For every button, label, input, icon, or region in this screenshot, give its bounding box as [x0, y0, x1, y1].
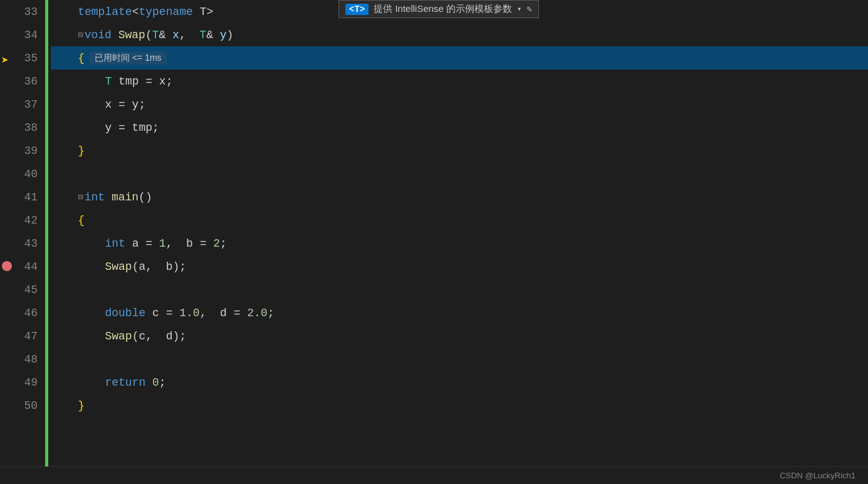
token: , b = — [166, 237, 214, 250]
token: int — [85, 191, 105, 203]
line-number-34: 34 — [14, 23, 38, 46]
token — [51, 214, 78, 227]
token: return — [105, 376, 145, 389]
token — [51, 260, 105, 273]
line-number-46: 46 — [14, 301, 38, 324]
token: } — [78, 399, 85, 412]
line-number-43: 43 — [14, 232, 38, 255]
line-number-33: 33 — [14, 0, 38, 23]
line-number-39: 39 — [14, 139, 38, 162]
line-number-42: 42 — [14, 209, 38, 232]
intellisense-bar: <T> 提供 IntelliSense 的示例模板参数 ▾ ✎ — [338, 0, 539, 18]
token: x = y; — [51, 98, 145, 111]
line-number-49: 49 — [14, 371, 38, 394]
token — [51, 75, 105, 88]
line-number-45: 45 — [14, 278, 38, 301]
token: (c, d); — [132, 330, 186, 342]
token — [51, 29, 78, 41]
token: y = tmp; — [51, 121, 159, 134]
token: main — [112, 191, 139, 203]
line-number-50: 50 — [14, 394, 38, 417]
token: template — [51, 6, 132, 18]
breakpoint-dot[interactable] — [2, 261, 12, 271]
code-line-49: return 0; — [51, 371, 868, 394]
line-number-38: 38 — [14, 116, 38, 139]
fold-minus-icon[interactable]: ⊟ — [78, 29, 83, 40]
token: , — [179, 29, 199, 41]
code-line-44: Swap(a, b); — [51, 255, 868, 278]
token: & — [159, 29, 173, 41]
token — [51, 376, 105, 389]
token — [51, 307, 105, 319]
token: ; — [220, 237, 227, 250]
code-content[interactable]: template<typename T> ⊟void Swap(T& x, T&… — [48, 0, 868, 466]
code-line-34: ⊟void Swap(T& x, T& y) — [51, 23, 868, 46]
token: T — [105, 75, 112, 88]
line-number-41: 41 — [14, 185, 38, 209]
token: T — [193, 6, 207, 18]
code-line-42: { — [51, 209, 868, 232]
token: a = — [125, 237, 159, 250]
code-line-39: } — [51, 139, 868, 162]
token: () — [139, 191, 152, 203]
token: c = — [145, 307, 179, 319]
token: Swap — [105, 260, 132, 273]
code-line-41: ⊟int main() — [51, 185, 868, 209]
token — [51, 399, 78, 412]
token: } — [78, 145, 85, 157]
token: double — [105, 307, 145, 319]
token: 2 — [213, 237, 220, 250]
code-line-46: double c = 1.0, d = 2.0; — [51, 301, 868, 324]
line-number-36: 36 — [14, 70, 38, 93]
token: > — [206, 6, 213, 18]
token: < — [132, 6, 139, 18]
token-int-43: int — [105, 237, 125, 250]
token — [51, 52, 78, 64]
token: (a, b); — [132, 260, 186, 273]
line-number-47: 47 — [14, 324, 38, 348]
token — [51, 191, 78, 203]
time-badge: 已用时间 <= 1ms — [90, 52, 167, 64]
token: 2.0 — [247, 307, 267, 319]
code-line-43: int a = 1, b = 2; — [51, 232, 868, 255]
token — [51, 353, 58, 366]
bottom-bar: CSDN @LuckyRich1 — [0, 466, 868, 484]
token: & — [206, 29, 220, 41]
token — [145, 376, 152, 389]
token: typename — [139, 6, 192, 18]
token: void — [85, 29, 112, 41]
indicator-column: ➤ — [0, 0, 14, 466]
line-number-37: 37 — [14, 93, 38, 116]
code-line-48 — [51, 348, 868, 371]
intellisense-edit-icon[interactable]: ✎ — [526, 4, 531, 14]
token — [51, 284, 58, 296]
token: ( — [145, 29, 152, 41]
fold-minus-icon-main[interactable]: ⊟ — [78, 192, 83, 202]
token — [105, 191, 112, 203]
token: 0 — [152, 376, 159, 389]
intellisense-dropdown-icon[interactable]: ▾ — [517, 4, 521, 14]
token — [51, 330, 105, 342]
token: T — [152, 29, 159, 41]
code-line-35: {已用时间 <= 1ms — [51, 46, 868, 70]
token: y — [220, 29, 227, 41]
code-line-37: x = y; — [51, 93, 868, 116]
line-number-40: 40 — [14, 162, 38, 185]
token — [51, 168, 58, 180]
code-line-45 — [51, 278, 868, 301]
line-number-48: 48 — [14, 348, 38, 371]
token: x — [172, 29, 179, 41]
token: { — [78, 52, 85, 64]
line-number-44: 44 — [14, 255, 38, 278]
token — [112, 29, 118, 41]
token: ) — [227, 29, 234, 41]
token: T — [199, 29, 206, 41]
token: 1 — [159, 237, 166, 250]
code-line-38: y = tmp; — [51, 116, 868, 139]
token: { — [78, 214, 85, 227]
token: , d = — [200, 307, 248, 319]
line-number-35: 35 — [14, 46, 38, 70]
editor-container: <T> 提供 IntelliSense 的示例模板参数 ▾ ✎ ➤ 33 34 … — [0, 0, 868, 484]
line-numbers: 33 34 35 36 37 38 39 40 41 42 43 44 45 4… — [14, 0, 45, 466]
intellisense-text: 提供 IntelliSense 的示例模板参数 — [374, 3, 512, 15]
